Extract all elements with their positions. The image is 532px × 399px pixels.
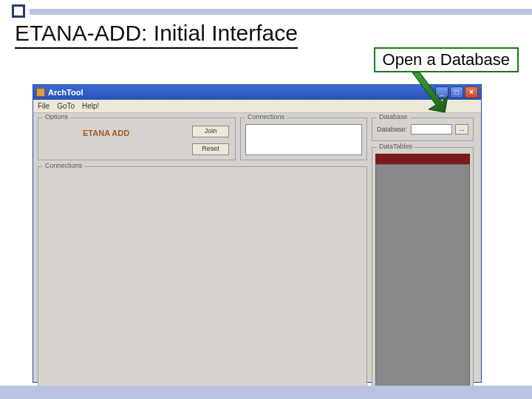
database-input[interactable] bbox=[411, 124, 452, 134]
browse-database-button[interactable]: ... bbox=[455, 124, 468, 134]
connections-main-area bbox=[41, 173, 364, 398]
titlebar[interactable]: ArchTool _ □ × bbox=[33, 85, 481, 100]
decor-stripe-top bbox=[30, 9, 532, 15]
close-button[interactable]: × bbox=[465, 86, 478, 98]
menu-help[interactable]: Help! bbox=[82, 102, 99, 110]
group-connections-top: Connections bbox=[240, 117, 367, 160]
reset-button[interactable]: Reset bbox=[192, 143, 229, 155]
join-button[interactable]: Join bbox=[192, 126, 229, 137]
window-title: ArchTool bbox=[48, 88, 83, 97]
datatables-header bbox=[375, 154, 470, 164]
menu-goto[interactable]: GoTo bbox=[57, 102, 75, 110]
group-connections-main-label: Connections bbox=[43, 162, 84, 169]
decor-stripe-bottom bbox=[0, 386, 532, 399]
etana-add-logo: ETANA ADD bbox=[83, 129, 129, 137]
annotation-open-database: Open a Database bbox=[374, 47, 519, 72]
app-icon bbox=[36, 88, 45, 97]
slide-header: ETANA-ADD: Initial Interface bbox=[0, 0, 532, 46]
menubar: File GoTo Help! bbox=[33, 100, 481, 113]
group-datatables: DataTables bbox=[372, 147, 474, 399]
connections-list-top[interactable] bbox=[245, 124, 362, 155]
window-controls: _ □ × bbox=[435, 86, 478, 98]
slide-title: ETANA-ADD: Initial Interface bbox=[15, 21, 298, 49]
database-field-label: Database: bbox=[377, 126, 407, 133]
group-connections-top-label: Connections bbox=[245, 113, 287, 120]
maximize-button[interactable]: □ bbox=[450, 86, 463, 98]
app-body: Options ETANA ADD Join Reset Connections… bbox=[33, 113, 481, 382]
minimize-button[interactable]: _ bbox=[435, 86, 449, 98]
group-connections-main: Connections bbox=[38, 166, 367, 399]
group-datatables-label: DataTables bbox=[377, 143, 415, 150]
app-window: ArchTool _ □ × File GoTo Help! Options E… bbox=[33, 84, 482, 383]
menu-file[interactable]: File bbox=[38, 102, 50, 110]
group-database-label: Database bbox=[377, 113, 410, 120]
group-options: Options ETANA ADD Join Reset bbox=[38, 117, 236, 160]
datatables-list[interactable] bbox=[375, 164, 470, 398]
group-database: Database Database: ... bbox=[372, 117, 474, 141]
group-options-label: Options bbox=[43, 113, 70, 120]
bullet-square bbox=[12, 4, 25, 18]
